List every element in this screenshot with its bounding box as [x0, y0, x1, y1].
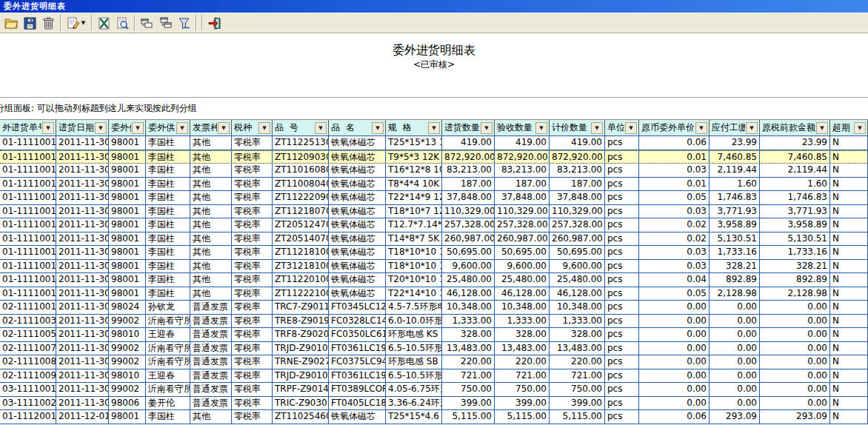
table-cell: 0.00: [639, 355, 710, 369]
table-cell: 10,348.00: [442, 301, 495, 314]
table-cell: pcs: [605, 232, 639, 246]
table-cell: FC0350LC6126: [329, 328, 386, 341]
column-header-2[interactable]: 委外供▼: [109, 120, 146, 135]
exit-button[interactable]: [205, 14, 224, 32]
column-header-3[interactable]: 委外供▼: [146, 120, 190, 135]
table-cell: 其他: [190, 410, 232, 424]
table-cell: 02-1111003: [0, 315, 56, 328]
table-row[interactable]: 02-11110082011-11-3099002沂南看守所普通发票零税率TRN…: [0, 355, 868, 369]
table-row[interactable]: 03-11110022011-11-3098006姜开伦普通发票零税率TRIC-…: [0, 397, 868, 411]
column-header-16[interactable]: 超期▼: [830, 120, 868, 135]
filter-dropdown-icon[interactable]: ▼: [95, 122, 107, 134]
column-header-15[interactable]: 原税前款金额▼: [760, 120, 830, 135]
group-layout-button[interactable]: [156, 14, 175, 32]
filter-dropdown-icon[interactable]: ▼: [481, 122, 493, 134]
table-row[interactable]: 01-11110012011-11-3098001李国柱其他零税率ZT11222…: [0, 287, 868, 301]
table-cell: 王迎春: [146, 369, 190, 383]
column-header-1[interactable]: 进货日期▼: [56, 120, 109, 135]
table-cell: 0.00: [710, 315, 760, 328]
filter-dropdown-icon[interactable]: ▼: [854, 122, 866, 134]
filter-funnel-icon: [178, 17, 190, 30]
filter-dropdown-icon[interactable]: ▼: [372, 122, 384, 134]
table-cell: 6.5-10.5环形电: [386, 342, 442, 355]
table-row[interactable]: 01-11110012011-11-3098001李国柱其他零税率ZT11008…: [0, 178, 868, 192]
table-cell: pcs: [605, 301, 639, 314]
table-cell: 260,987.00: [442, 232, 495, 246]
table-row[interactable]: 02-11110052011-11-3098010王迎春普通发票零税率TRF8-…: [0, 328, 868, 342]
table-row[interactable]: 02-11110092011-11-3098010王迎春普通发票零税率TRJD-…: [0, 369, 868, 384]
table-cell: ZT112221001: [273, 287, 329, 301]
table-row[interactable]: 01-11110012011-11-3098001李国柱其他零税率ZT11016…: [0, 164, 868, 178]
table-cell: 0.00: [639, 301, 710, 314]
table-row[interactable]: 02-11110032011-11-3099002沂南看守所普通发票零税率TRE…: [0, 315, 868, 329]
column-header-0[interactable]: 外进货单号▼: [0, 120, 56, 135]
open-button[interactable]: [2, 14, 21, 32]
filter-dropdown-icon[interactable]: ▼: [176, 122, 188, 134]
filter-dropdown-icon[interactable]: ▼: [132, 122, 144, 134]
design-button[interactable]: ▼: [64, 14, 89, 32]
table-cell: 10,348.00: [550, 301, 605, 314]
print-preview-button[interactable]: [113, 14, 132, 32]
table-row[interactable]: 01-11110012011-11-3098001李国柱其他零税率ZT11222…: [0, 191, 868, 205]
group-panel-hint[interactable]: 分组面板: 可以拖动列标题到这儿来实现按此列分组: [0, 102, 197, 115]
table-cell: TRC7-Z90112: [273, 301, 329, 314]
filter-dropdown-icon[interactable]: ▼: [535, 122, 547, 134]
filter-dropdown-icon[interactable]: ▼: [315, 122, 327, 134]
save-button[interactable]: [21, 14, 39, 32]
column-header-label: 品 名: [331, 121, 355, 134]
table-row[interactable]: 01-11110012011-11-3098001李国柱其他零税率ZT20512…: [0, 218, 868, 232]
table-cell: 零税率: [232, 273, 273, 287]
table-row[interactable]: 01-11110012011-11-3098001李国柱其他零税率ZT11218…: [0, 246, 868, 260]
table-row[interactable]: 01-11110012011-11-3098001李国柱其他零税率ZT11209…: [0, 150, 868, 164]
table-cell: 02-1111008: [0, 355, 56, 369]
filter-button[interactable]: [175, 14, 193, 32]
table-cell: TRJD-Z90109: [273, 369, 329, 383]
table-row[interactable]: 01-11110012011-11-3098001李国柱其他零税率ZT31218…: [0, 260, 868, 274]
column-header-14[interactable]: 应付工缴▼: [710, 120, 760, 135]
table-cell: 13,483.00: [495, 342, 550, 355]
filter-dropdown-icon[interactable]: ▼: [258, 122, 270, 134]
design-dropdown-arrow-icon[interactable]: ▼: [81, 20, 85, 26]
column-header-11[interactable]: 计价数量▼: [550, 120, 605, 135]
filter-dropdown-icon[interactable]: ▼: [746, 122, 758, 134]
table-cell: 220.00: [550, 355, 605, 369]
table-cell: FT0405LC1806: [329, 397, 386, 410]
column-header-7[interactable]: 品 名▼: [329, 120, 386, 135]
filter-dropdown-icon[interactable]: ▼: [625, 122, 637, 134]
delete-button[interactable]: [39, 14, 58, 32]
filter-dropdown-icon[interactable]: ▼: [218, 122, 230, 134]
filter-dropdown-icon[interactable]: ▼: [695, 122, 707, 134]
table-cell: 892.89: [710, 273, 760, 287]
column-header-13[interactable]: 原币委外单价▼: [639, 120, 710, 135]
table-row[interactable]: 01-11110012011-11-3098001李国柱其他零税率ZT11220…: [0, 273, 868, 287]
table-row[interactable]: 01-11110012011-11-3098001李国柱其他零税率ZT20514…: [0, 232, 868, 247]
table-row[interactable]: 02-11110072011-11-3099002沂南看守所普通发票零税率TRJ…: [0, 342, 868, 356]
column-header-8[interactable]: 规 格▼: [386, 120, 442, 135]
table-row[interactable]: 01-11110012011-11-3098001李国柱其他零税率ZT11218…: [0, 205, 868, 219]
table-cell: 328.00: [550, 328, 605, 341]
table-cell: 98001: [109, 164, 146, 177]
filter-dropdown-icon[interactable]: ▼: [816, 122, 828, 134]
filter-dropdown-icon[interactable]: ▼: [42, 122, 54, 134]
column-header-9[interactable]: 进货数量▼: [442, 120, 495, 135]
table-cell: 2011-11-30: [56, 218, 109, 232]
table-cell: 98001: [109, 178, 146, 191]
card-view-button[interactable]: [138, 14, 156, 32]
column-header-10[interactable]: 验收数量▼: [495, 120, 550, 135]
column-header-6[interactable]: 品 号▼: [273, 120, 329, 135]
filter-dropdown-icon[interactable]: ▼: [591, 122, 603, 134]
column-header-4[interactable]: 发票种▼: [190, 120, 232, 135]
filter-dropdown-icon[interactable]: ▼: [428, 122, 440, 134]
column-header-12[interactable]: 单位▼: [605, 120, 639, 135]
export-excel-button[interactable]: [95, 14, 113, 32]
table-cell: 399.00: [495, 397, 550, 410]
table-cell: 0.00: [760, 369, 830, 383]
table-cell: 零税率: [232, 383, 273, 396]
table-cell: 01-1111001: [0, 205, 56, 218]
table-row[interactable]: 02-11110012011-11-3098024孙钦龙普通发票零税率TRC7-…: [0, 301, 868, 315]
table-row[interactable]: 01-11110012011-11-3098001李国柱其他零税率ZT11225…: [0, 136, 868, 150]
table-cell: 2011-12-01: [56, 410, 109, 424]
table-row[interactable]: 03-11110012011-11-3099002沂南看守所普通发票零税率TRP…: [0, 383, 868, 397]
column-header-5[interactable]: 税种▼: [232, 120, 273, 135]
table-row[interactable]: 01-11120012011-12-0198001李国柱其他零税率ZT11025…: [0, 410, 868, 424]
